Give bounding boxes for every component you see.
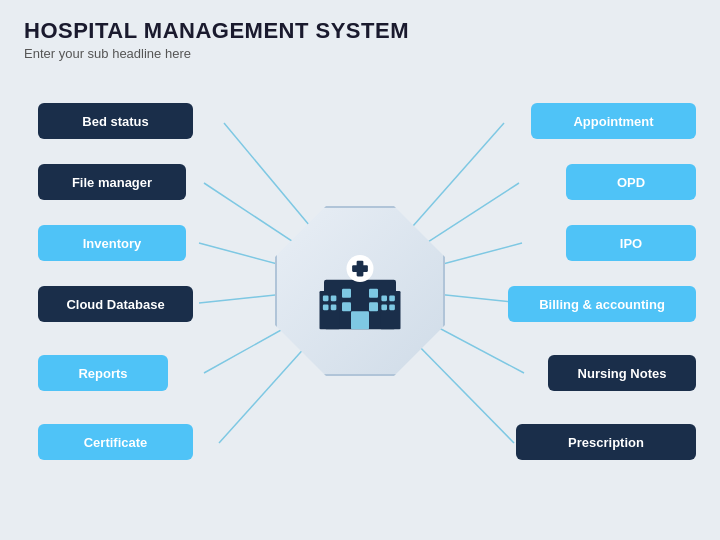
svg-rect-15 — [323, 296, 329, 302]
svg-rect-19 — [381, 296, 387, 302]
svg-rect-25 — [342, 302, 351, 311]
svg-rect-20 — [389, 296, 395, 302]
svg-rect-26 — [369, 302, 378, 311]
sub-title: Enter your sub headline here — [24, 46, 696, 61]
svg-rect-18 — [331, 305, 337, 311]
svg-rect-22 — [389, 305, 395, 311]
bed-status-button[interactable]: Bed status — [38, 103, 193, 139]
ipo-button[interactable]: IPO — [566, 225, 696, 261]
svg-rect-16 — [331, 296, 337, 302]
svg-rect-21 — [381, 305, 387, 311]
svg-rect-23 — [342, 289, 351, 298]
nursing-button[interactable]: Nursing Notes — [548, 355, 696, 391]
file-manager-button[interactable]: File manager — [38, 164, 186, 200]
svg-rect-13 — [320, 291, 340, 329]
svg-rect-24 — [369, 289, 378, 298]
certificate-button[interactable]: Certificate — [38, 424, 193, 460]
main-title: HOSPITAL MANAGEMENT SYSTEM — [24, 18, 696, 44]
hospital-icon — [315, 246, 405, 336]
svg-rect-30 — [352, 265, 368, 272]
billing-button[interactable]: Billing & accounting — [508, 286, 696, 322]
svg-rect-27 — [351, 311, 369, 329]
prescription-button[interactable]: Prescription — [516, 424, 696, 460]
opd-button[interactable]: OPD — [566, 164, 696, 200]
appointment-button[interactable]: Appointment — [531, 103, 696, 139]
center-octagon — [275, 206, 445, 376]
inventory-button[interactable]: Inventory — [38, 225, 186, 261]
diagram-area: Bed status File manager Inventory Cloud … — [24, 71, 696, 511]
reports-button[interactable]: Reports — [38, 355, 168, 391]
svg-rect-17 — [323, 305, 329, 311]
page: HOSPITAL MANAGEMENT SYSTEM Enter your su… — [0, 0, 720, 540]
cloud-database-button[interactable]: Cloud Database — [38, 286, 193, 322]
